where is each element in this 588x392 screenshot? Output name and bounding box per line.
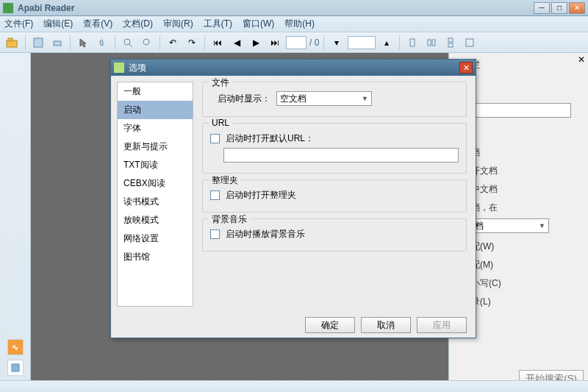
startup-show-select[interactable]: 空文档▼ — [276, 91, 372, 106]
panel-close-icon[interactable]: ✕ — [578, 54, 585, 65]
prev-page-button[interactable]: ◀ — [229, 35, 245, 51]
zoom-select[interactable] — [348, 36, 376, 49]
startup-show-label: 启动时显示： — [218, 93, 270, 105]
menu-window[interactable]: 窗口(W) — [243, 18, 274, 30]
ok-button[interactable]: 确定 — [305, 317, 355, 333]
svg-rect-1 — [8, 38, 12, 41]
next-page-button[interactable]: ▶ — [248, 35, 264, 51]
nav-reading[interactable]: 读书模式 — [118, 193, 193, 211]
url-group: URL 启动时打开默认URL： — [202, 123, 467, 174]
menu-doc[interactable]: 文档(D) — [123, 18, 153, 30]
open-url-label: 启动时打开默认URL： — [226, 132, 314, 145]
nav-txt[interactable]: TXT阅读 — [118, 156, 193, 174]
svg-point-6 — [143, 39, 149, 45]
hand-button[interactable] — [94, 35, 110, 51]
organizer-group-legend: 整理夹 — [209, 174, 241, 187]
library-icon[interactable] — [7, 360, 24, 376]
menu-edit[interactable]: 编辑(E) — [43, 18, 73, 30]
layout-continuous-button[interactable] — [442, 35, 459, 51]
open-button[interactable] — [4, 35, 21, 51]
svg-rect-3 — [54, 41, 61, 46]
save-button[interactable] — [30, 35, 46, 51]
nav-network[interactable]: 网络设置 — [118, 229, 193, 248]
open-organizer-checkbox[interactable] — [210, 190, 220, 200]
url-input[interactable] — [223, 148, 459, 163]
file-group-legend: 文件 — [209, 76, 232, 89]
svg-point-4 — [124, 39, 130, 45]
open-url-checkbox[interactable] — [210, 134, 220, 143]
nav-general[interactable]: 一般 — [118, 82, 193, 101]
dialog-buttons: 确定 取消 应用 — [111, 313, 476, 338]
apply-button[interactable]: 应用 — [417, 317, 467, 333]
svg-rect-11 — [448, 43, 453, 47]
menu-help[interactable]: 帮助(H) — [284, 18, 315, 30]
zoom-down-button[interactable]: ▾ — [329, 35, 345, 51]
rss-icon[interactable]: ∿ — [7, 339, 24, 355]
dialog-close-button[interactable]: ✕ — [459, 62, 473, 74]
svg-rect-10 — [448, 38, 453, 42]
dialog-titlebar: 选项 ✕ — [111, 60, 476, 76]
svg-rect-9 — [432, 40, 435, 46]
dialog-icon — [114, 63, 124, 73]
minimize-button[interactable]: ─ — [534, 2, 550, 14]
svg-rect-12 — [466, 39, 473, 46]
pointer-button[interactable] — [75, 35, 91, 51]
svg-rect-2 — [34, 38, 43, 47]
options-nav: 一般 启动 字体 更新与提示 TXT阅读 CEBX阅读 读书模式 放映模式 网络… — [117, 82, 193, 307]
fullscreen-button[interactable] — [462, 35, 478, 51]
rotate-left-button[interactable]: ↶ — [165, 35, 181, 51]
file-group: 文件 启动时显示： 空文档▼ — [202, 82, 467, 117]
rotate-right-button[interactable]: ↷ — [184, 35, 200, 51]
zoom-up-button[interactable]: ▴ — [379, 35, 395, 51]
play-music-label: 启动时播放背景音乐 — [226, 228, 305, 240]
page-total: / 0 — [309, 38, 319, 48]
options-content: 文件 启动时显示： 空文档▼ URL 启动时打开默认URL： 整理夹 — [193, 76, 476, 313]
first-page-button[interactable]: ⏮ — [209, 35, 226, 51]
menu-file[interactable]: 文件(F) — [4, 18, 33, 30]
nav-startup[interactable]: 启动 — [118, 101, 193, 119]
app-title: Apabi Reader — [18, 3, 534, 13]
nav-font[interactable]: 字体 — [118, 119, 193, 138]
nav-present[interactable]: 放映模式 — [118, 211, 193, 229]
cancel-button[interactable]: 取消 — [361, 317, 411, 333]
app-icon — [3, 3, 13, 13]
options-dialog: 选项 ✕ 一般 启动 字体 更新与提示 TXT阅读 CEBX阅读 读书模式 放映… — [110, 59, 476, 338]
zoom-out-button[interactable] — [139, 35, 155, 51]
left-sidebar: ∿ — [0, 53, 31, 380]
window-close-button[interactable]: ✕ — [569, 2, 585, 14]
toolbar: ↶ ↷ ⏮ ◀ ▶ ⏭ / 0 ▾ ▴ — [0, 32, 588, 53]
menu-review[interactable]: 审阅(R) — [163, 18, 193, 30]
zoom-in-button[interactable] — [120, 35, 136, 51]
svg-line-5 — [129, 44, 132, 47]
svg-rect-13 — [12, 364, 19, 371]
menu-view[interactable]: 查看(V) — [83, 18, 112, 30]
layout-single-button[interactable] — [404, 35, 420, 51]
nav-cebx[interactable]: CEBX阅读 — [118, 174, 193, 193]
dialog-title: 选项 — [129, 62, 459, 74]
organizer-group: 整理夹 启动时打开整理夹 — [202, 179, 467, 213]
url-group-legend: URL — [209, 118, 232, 128]
page-input[interactable] — [286, 36, 306, 49]
open-organizer-label: 启动时打开整理夹 — [226, 189, 296, 202]
statusbar — [0, 380, 588, 392]
menubar: 文件(F) 编辑(E) 查看(V) 文档(D) 审阅(R) 工具(T) 窗口(W… — [0, 16, 588, 32]
nav-update[interactable]: 更新与提示 — [118, 138, 193, 156]
play-music-checkbox[interactable] — [210, 229, 220, 239]
titlebar: Apabi Reader ─ □ ✕ — [0, 0, 588, 16]
print-button[interactable] — [49, 35, 65, 51]
nav-library[interactable]: 图书馆 — [118, 248, 193, 266]
svg-rect-8 — [428, 40, 431, 46]
menu-tool[interactable]: 工具(T) — [204, 18, 232, 30]
layout-facing-button[interactable] — [423, 35, 440, 51]
maximize-button[interactable]: □ — [551, 2, 567, 14]
svg-rect-7 — [410, 39, 415, 46]
music-group-legend: 背景音乐 — [209, 213, 250, 226]
last-page-button[interactable]: ⏭ — [267, 35, 283, 51]
music-group: 背景音乐 启动时播放背景音乐 — [202, 218, 467, 252]
